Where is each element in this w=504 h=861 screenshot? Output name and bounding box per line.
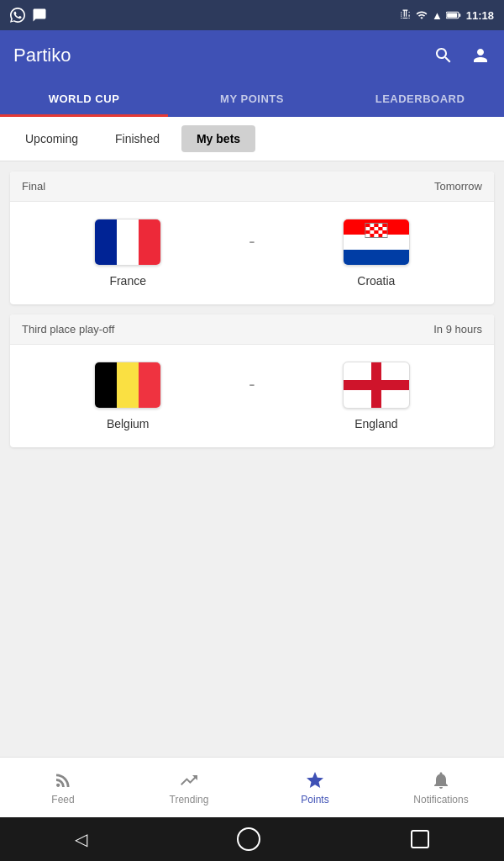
feed-icon xyxy=(53,770,73,790)
points-label: Points xyxy=(301,794,328,806)
notifications-label: Notifications xyxy=(413,794,468,806)
signal-icon: ▲ xyxy=(432,9,443,22)
team-name-france: France xyxy=(109,274,146,288)
match-type-1: Final xyxy=(22,180,45,193)
status-icons-right: ▲ 11:18 xyxy=(400,8,494,22)
wifi-icon xyxy=(415,9,428,21)
flag-france xyxy=(94,219,161,266)
time-display: 11:18 xyxy=(466,9,494,22)
flag-england xyxy=(343,362,410,409)
nav-trending[interactable]: Trending xyxy=(126,758,252,817)
recents-button[interactable] xyxy=(411,830,429,848)
search-icon[interactable] xyxy=(433,45,454,66)
feed-label: Feed xyxy=(51,794,74,806)
nav-feed[interactable]: Feed xyxy=(0,758,126,817)
sub-tab-finished[interactable]: Finished xyxy=(100,125,175,152)
header-actions xyxy=(433,45,491,66)
bottom-nav: Feed Trending Points Notifications xyxy=(0,757,504,817)
sub-tabs: Upcoming Finished My bets xyxy=(0,117,504,161)
match-header-1: Final Tomorrow xyxy=(10,172,494,202)
match-header-2: Third place play-off In 9 hours xyxy=(10,314,494,345)
profile-icon[interactable] xyxy=(470,45,491,66)
star-icon xyxy=(305,770,325,790)
status-bar: ▲ 11:18 xyxy=(0,0,504,30)
team-name-croatia: Croatia xyxy=(357,274,395,288)
match-body-1: France - xyxy=(10,202,494,304)
score-sep-2: - xyxy=(232,373,271,395)
nav-notifications[interactable]: Notifications xyxy=(378,758,504,817)
app-header: Partiko xyxy=(0,30,504,81)
content-area: Final Tomorrow France - xyxy=(0,161,504,757)
nav-tabs: WORLD CUP MY POINTS LEADERBOARD xyxy=(0,81,504,117)
sub-tab-my-bets[interactable]: My bets xyxy=(181,125,255,152)
flag-croatia xyxy=(343,219,410,266)
team-name-belgium: Belgium xyxy=(107,417,150,430)
team-england: England xyxy=(272,362,480,430)
status-icons-left xyxy=(10,8,47,23)
tab-world-cup[interactable]: WORLD CUP xyxy=(0,81,168,117)
match-card-2: Third place play-off In 9 hours Belgium … xyxy=(10,314,494,447)
team-name-england: England xyxy=(354,417,397,430)
tab-leaderboard[interactable]: LEADERBOARD xyxy=(336,81,504,117)
team-france: France xyxy=(24,219,232,288)
match-time-1: Tomorrow xyxy=(434,180,482,193)
svg-rect-1 xyxy=(447,13,457,17)
match-time-2: In 9 hours xyxy=(433,323,482,335)
team-belgium: Belgium xyxy=(24,362,232,430)
whatsapp-icon xyxy=(10,8,25,23)
battery-icon xyxy=(446,10,461,20)
bell-icon xyxy=(431,770,451,790)
vibrate-icon xyxy=(400,8,412,22)
flag-belgium xyxy=(94,362,161,409)
score-sep-1: - xyxy=(232,230,271,252)
system-nav: ◁ xyxy=(0,817,504,861)
match-type-2: Third place play-off xyxy=(22,323,114,335)
back-button[interactable]: ◁ xyxy=(75,829,87,849)
tab-my-points[interactable]: MY POINTS xyxy=(168,81,336,117)
match-card-1: Final Tomorrow France - xyxy=(10,172,494,304)
app-title: Partiko xyxy=(13,45,71,66)
nav-points[interactable]: Points xyxy=(252,758,378,817)
home-button[interactable] xyxy=(237,827,260,851)
team-croatia: Croatia xyxy=(272,219,480,288)
sub-tab-upcoming[interactable]: Upcoming xyxy=(10,125,93,152)
match-body-2: Belgium - England xyxy=(10,345,494,447)
trending-icon xyxy=(179,770,199,790)
trending-label: Trending xyxy=(170,794,209,806)
message-icon xyxy=(32,8,47,23)
svg-rect-2 xyxy=(459,13,460,17)
